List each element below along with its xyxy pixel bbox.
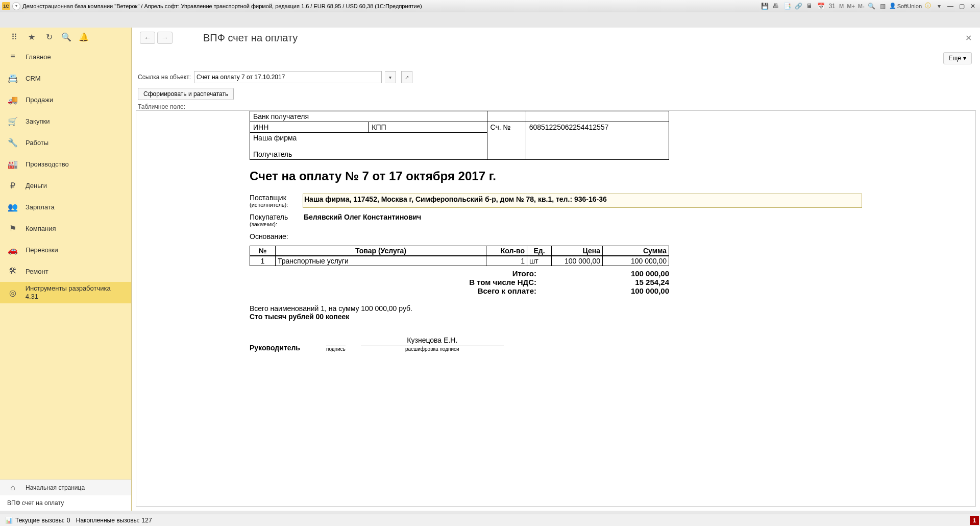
titlebar: 1C ▾ Демонстрационная база компании "Вет… [0, 0, 980, 12]
items-table: № Товар (Услуга) Кол-во Ед. Цена Сумма 1… [250, 246, 669, 266]
bank-recipient-cell: Банк получателя [250, 111, 487, 122]
memory-m[interactable]: M [838, 3, 845, 9]
print-icon[interactable]: 🖶 [771, 2, 781, 11]
main-area: ← → ВПФ счет на оплату ✕ Еще ▾ Ссылка на… [132, 28, 980, 511]
firm-recipient-cell: Наша фирма Получатель [250, 133, 487, 160]
target-icon: ◎ [7, 287, 18, 298]
sidebar-current-page[interactable]: ВПФ счет на оплату [0, 495, 131, 511]
buyer-label: Покупатель(заказчик): [250, 213, 303, 227]
chevron-down-icon: ▾ [963, 55, 966, 62]
cart-icon: 🛒 [7, 115, 18, 127]
apps-icon[interactable]: ⠿ [7, 31, 21, 43]
history-icon[interactable]: ↻ [42, 31, 56, 43]
table-field-label: Табличное поле: [132, 102, 980, 110]
user-badge[interactable]: 👤 SoftUnion [889, 3, 922, 9]
ref-input[interactable] [194, 71, 382, 83]
memory-mplus[interactable]: M+ [846, 3, 856, 9]
ruble-icon: ₽ [7, 180, 18, 191]
tools-icon: 🛠 [7, 266, 18, 277]
error-indicator[interactable]: 1 [970, 516, 979, 525]
invoice-title: Счет на оплату № 7 от 17 октября 2017 г. [250, 169, 862, 183]
save-icon[interactable]: 💾 [760, 2, 770, 11]
search-icon[interactable]: 🔍 [59, 31, 74, 43]
panel-icon[interactable]: ▥ [878, 2, 888, 11]
sidebar-item-crm[interactable]: 📇CRM [0, 67, 131, 89]
car-icon: 🚗 [7, 244, 18, 255]
app-logo-icon: 1C [2, 2, 10, 10]
amount-words: Всего наименований 1, на сумму 100 000,0… [250, 304, 862, 321]
zoom-icon[interactable]: 🔍 [867, 2, 877, 11]
sidebar: ⠿ ★ ↻ 🔍 🔔 ≡Главное 📇CRM 🚚Продажи 🛒Закупк… [0, 28, 132, 511]
bell-icon[interactable]: 🔔 [77, 31, 91, 43]
acct-value-cell: 60851225062254412557 [526, 122, 669, 160]
home-icon: ⌂ [7, 482, 18, 493]
calls-current-value: 0 [67, 517, 70, 524]
sidebar-item-production[interactable]: 🏭Производство [0, 153, 131, 175]
restore-button[interactable]: ▢ [957, 2, 967, 11]
card-icon: 📇 [7, 73, 18, 84]
compare-icon[interactable]: 📑 [782, 2, 792, 11]
star-icon[interactable]: ★ [24, 31, 39, 43]
sidebar-item-transport[interactable]: 🚗Перевозки [0, 239, 131, 260]
people-icon: 👥 [7, 201, 18, 212]
info-icon[interactable]: ⓘ [923, 2, 933, 11]
status-icon: 📊 [4, 516, 13, 525]
ref-label: Ссылка на объект: [138, 74, 191, 81]
sidebar-item-company[interactable]: ⚑Компания [0, 218, 131, 239]
nav-forward-button[interactable]: → [157, 32, 173, 44]
form-print-button[interactable]: Сформировать и распечатать [138, 88, 234, 100]
calendar-icon[interactable]: 📅 [816, 2, 826, 11]
ref-dropdown-button[interactable]: ▾ [385, 71, 396, 83]
sidebar-toolbar: ⠿ ★ ↻ 🔍 🔔 [0, 28, 131, 46]
truck-icon: 🚚 [7, 94, 18, 105]
calc-icon[interactable]: 🖩 [804, 2, 815, 11]
more-button[interactable]: Еще ▾ [943, 52, 972, 64]
page-title: ВПФ счет на оплату [203, 32, 298, 44]
sidebar-item-main[interactable]: ≡Главное [0, 46, 131, 67]
kpp-cell: КПП [369, 122, 487, 133]
nav-back-button[interactable]: ← [140, 32, 155, 44]
sidebar-item-devtools[interactable]: ◎Инструменты разработчика 4.31 [0, 282, 131, 303]
basis-label: Основание: [250, 232, 303, 241]
menu-icon: ≡ [7, 51, 18, 62]
bank-details-table: Банк получателя ИНН КПП Сч. № 6085122506… [250, 111, 669, 160]
factory-icon: 🏭 [7, 158, 18, 170]
sidebar-start-page[interactable]: ⌂Начальная страница [0, 480, 131, 495]
window-title: Демонстрационная база компании "Ветерок"… [22, 3, 422, 9]
sidebar-item-money[interactable]: ₽Деньги [0, 175, 131, 196]
date-icon[interactable]: 31 [827, 2, 837, 11]
inn-cell: ИНН [250, 122, 369, 133]
table-row: 1 Транспортные услуги 1 шт 100 000,00 10… [250, 256, 669, 266]
supplier-label: Поставщик(исполнитель): [250, 194, 303, 208]
sidebar-item-salary[interactable]: 👥Зарплата [0, 196, 131, 218]
minimize-button[interactable]: — [945, 2, 955, 11]
chevron-down-icon[interactable]: ▾ [934, 2, 944, 11]
calls-current-label: Текущие вызовы: [15, 517, 65, 524]
totals-block: Итого:100 000,00 В том числе НДС:15 254,… [250, 269, 669, 295]
supplier-value[interactable]: Наша фирма, 117452, Москва г, Симферопол… [303, 194, 862, 208]
acct-label-cell: Сч. № [487, 122, 526, 160]
link-icon[interactable]: 🔗 [793, 2, 803, 11]
sidebar-item-repair[interactable]: 🛠Ремонт [0, 260, 131, 282]
signature-row: Руководитель подпись Кузнецова Е.Н. расш… [250, 336, 669, 352]
wrench-icon: 🔧 [7, 137, 18, 148]
close-button[interactable]: ✕ [968, 2, 978, 11]
statusbar: 📊 Текущие вызовы: 0 Накопленные вызовы: … [0, 514, 980, 526]
document-preview[interactable]: Банк получателя ИНН КПП Сч. № 6085122506… [136, 110, 976, 507]
buyer-value: Белявский Олег Константинович [303, 213, 862, 227]
calls-acc-value: 127 [142, 517, 152, 524]
memory-mminus[interactable]: M- [857, 3, 866, 9]
sidebar-item-purchases[interactable]: 🛒Закупки [0, 110, 131, 132]
app-menu-dropdown[interactable]: ▾ [12, 2, 20, 10]
flag-icon: ⚑ [7, 223, 18, 234]
calls-acc-label: Накопленные вызовы: [76, 517, 140, 524]
sidebar-item-works[interactable]: 🔧Работы [0, 132, 131, 153]
sidebar-item-sales[interactable]: 🚚Продажи [0, 89, 131, 110]
ref-open-button[interactable]: ↗ [401, 71, 412, 83]
close-tab-icon[interactable]: ✕ [965, 33, 972, 43]
